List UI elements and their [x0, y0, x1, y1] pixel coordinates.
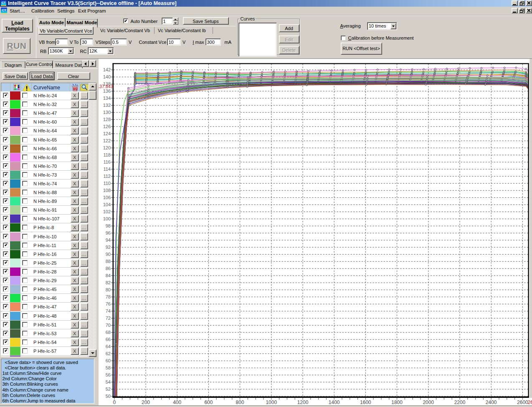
svg-text:600: 600	[204, 399, 213, 405]
svg-text:54: 54	[106, 379, 111, 384]
svg-text:142: 142	[103, 67, 111, 72]
svg-text:136: 136	[103, 88, 111, 94]
svg-text:114: 114	[103, 167, 111, 172]
svg-text:62: 62	[106, 351, 111, 356]
svg-text:90: 90	[106, 252, 111, 257]
svg-text:260: 260	[528, 399, 532, 405]
svg-text:2000: 2000	[423, 399, 434, 405]
svg-text:76: 76	[106, 301, 111, 306]
svg-text:1800: 1800	[391, 399, 403, 405]
svg-text:60: 60	[106, 358, 111, 363]
svg-text:1000: 1000	[266, 399, 277, 405]
svg-text:94: 94	[106, 238, 111, 243]
svg-text:2600: 2600	[517, 399, 528, 405]
svg-text:110: 110	[103, 181, 111, 186]
svg-text:1200: 1200	[297, 399, 309, 405]
svg-text:86: 86	[106, 266, 111, 271]
svg-text:102: 102	[103, 209, 111, 214]
svg-text:126: 126	[103, 124, 111, 129]
svg-text:400: 400	[173, 399, 181, 405]
svg-text:66: 66	[106, 337, 111, 342]
svg-text:106: 106	[103, 195, 111, 200]
svg-text:100: 100	[103, 216, 111, 221]
svg-text:58: 58	[106, 365, 111, 370]
svg-text:64: 64	[106, 344, 111, 349]
svg-text:130: 130	[103, 110, 111, 115]
svg-text:140: 140	[103, 74, 111, 79]
svg-text:92: 92	[106, 245, 111, 250]
svg-text:52: 52	[106, 387, 111, 392]
svg-text:108: 108	[103, 188, 111, 193]
svg-text:122: 122	[103, 138, 111, 143]
svg-text:84: 84	[106, 273, 111, 278]
svg-text:50: 50	[106, 394, 111, 399]
svg-text:124: 124	[103, 131, 111, 136]
svg-text:200: 200	[142, 399, 150, 405]
svg-text:104: 104	[103, 202, 111, 207]
svg-text:1400: 1400	[329, 399, 340, 405]
svg-text:112: 112	[103, 174, 111, 179]
svg-text:128: 128	[103, 117, 111, 122]
svg-text:120: 120	[103, 145, 111, 150]
svg-text:80: 80	[106, 287, 111, 292]
svg-text:56: 56	[106, 372, 111, 377]
svg-text:78: 78	[106, 294, 111, 299]
svg-text:132: 132	[103, 103, 111, 108]
svg-text:70: 70	[106, 323, 111, 328]
svg-text:72: 72	[106, 316, 111, 321]
svg-text:88: 88	[106, 259, 111, 264]
svg-text:74: 74	[106, 308, 111, 313]
svg-text:1600: 1600	[360, 399, 371, 405]
svg-text:118: 118	[103, 152, 111, 157]
svg-text:2200: 2200	[454, 399, 466, 405]
svg-text:82: 82	[106, 280, 111, 285]
svg-text:VU: VU	[73, 87, 78, 91]
svg-text:98: 98	[106, 223, 111, 228]
svg-text:134: 134	[103, 96, 111, 101]
svg-text:137.843: 137.843	[99, 84, 113, 89]
svg-text:0: 0	[113, 399, 116, 405]
svg-text:800: 800	[236, 399, 244, 405]
svg-text:96: 96	[106, 230, 111, 235]
svg-text:2400: 2400	[486, 399, 497, 405]
svg-text:116: 116	[103, 159, 111, 164]
svg-text:68: 68	[106, 330, 111, 335]
